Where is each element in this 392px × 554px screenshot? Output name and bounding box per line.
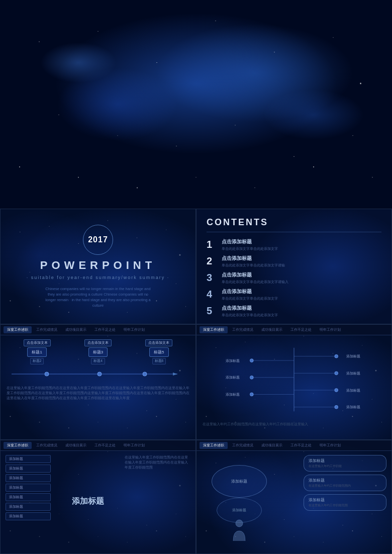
svg-point-17 — [335, 372, 338, 375]
timeline-box-3: 点击添加文本 标题5 标题6 — [145, 339, 172, 364]
contents-panel: CONTENTS 1 点击添加标题 单击此处添加文字单击此处添加文字 2 点击添… — [196, 209, 392, 324]
contents-sub-1: 单击此处添加文字单击此处添加文字 — [222, 246, 278, 251]
timeline-box-2: 点击添加文本 标题3 标题4 — [84, 339, 112, 364]
description: Chinese companies will no longer remain … — [43, 286, 153, 309]
contents-number-4: 4 — [207, 288, 218, 300]
tab-item-4[interactable]: 工作不足之处 — [91, 326, 119, 333]
svg-text:添加标题: 添加标题 — [346, 405, 360, 409]
tab-item-l4[interactable]: 工作不足之处 — [91, 442, 119, 449]
tbox-sub-1: 标题2 — [30, 358, 44, 364]
contents-heading-2: 点击添加标题 — [222, 255, 285, 262]
tbox-label-1: 点击添加文本 — [24, 339, 51, 346]
tree-svg: 添加标题 添加标题 添加标题 添加标题 添加标题 添加标题 添加标题 — [203, 339, 385, 420]
contents-number-5: 5 — [207, 305, 218, 317]
list-panel: 深度工作述职 工作完成情况 成功项目展示 工作不足之处 明年工作计划 添加标题 … — [0, 440, 196, 554]
contents-item-5: 5 点击添加标题 单击此处添加文字单击此处添加文字 — [207, 305, 381, 317]
svg-text:添加标题: 添加标题 — [346, 389, 360, 392]
tab-item-2[interactable]: 工作完成情况 — [33, 326, 61, 333]
tab-item-l5[interactable]: 明年工作计划 — [120, 442, 148, 449]
tbox-main-3: 标题5 — [149, 347, 168, 357]
tbox-main-1: 标题1 — [27, 347, 46, 357]
tab-item-t5[interactable]: 明年工作计划 — [316, 326, 344, 333]
svg-point-15 — [250, 393, 253, 396]
contents-item-2: 2 点击添加标题 单击此处添加文字单击此处添加文字请输 — [207, 255, 381, 267]
tbox-label-2: 点击添加文本 — [84, 339, 112, 346]
contents-title: CONTENTS — [207, 217, 381, 232]
list-item-1: 添加标题 — [6, 455, 51, 463]
svg-point-16 — [335, 354, 338, 358]
contents-heading-5: 点击添加标题 — [222, 305, 278, 312]
svg-point-3 — [97, 372, 102, 376]
tab-item-5[interactable]: 明年工作计划 — [120, 326, 148, 333]
timeline-box-1: 点击添加文本 标题1 标题2 — [24, 339, 51, 364]
tab-item-l2[interactable]: 工作完成情况 — [33, 442, 61, 449]
list-item-4: 添加标题 — [6, 484, 51, 492]
contents-number-3: 3 — [207, 271, 218, 284]
svg-point-19 — [335, 405, 338, 409]
top-banner — [0, 0, 392, 209]
tab-item-t1[interactable]: 深度工作述职 — [200, 326, 228, 333]
contents-heading-4: 点击添加标题 — [222, 288, 278, 295]
tbox-sub-2: 标题4 — [91, 358, 105, 364]
bubble-right-stack: 添加标题 在这里输入年约工作职能 添加标题 在这里输入年约工作职能范围内 添加标… — [304, 455, 386, 548]
bubble-right-3: 添加标题 在这里输入年约工作职能范围 — [304, 494, 386, 511]
tree-desc: 在这里输入年约工作职能范围内在这里输入年约工作职能在这里输入 — [203, 422, 385, 426]
contents-sub-2: 单击此处添加文字单击此处添加文字请输 — [222, 263, 285, 267]
contents-heading-1: 点击添加标题 — [222, 238, 278, 245]
tab-item-3[interactable]: 成功项目展示 — [62, 326, 90, 333]
contents-item-3: 3 点击添加标题 单击此处添加文字单击此处添加文字请输入 — [207, 271, 381, 284]
list-items-column: 添加标题 添加标题 添加标题 添加标题 添加标题 添加标题 添加标题 — [6, 455, 51, 548]
list-item-5: 添加标题 — [6, 493, 51, 501]
timeline-panel: 深度工作述职 工作完成情况 成功项目展示 工作不足之处 明年工作计划 点击添加文… — [0, 324, 196, 440]
tbox-sub-3: 标题6 — [152, 358, 166, 364]
list-item-7: 添加标题 — [6, 512, 51, 520]
tree-panel: 深度工作述职 工作完成情况 成功项目展示 工作不足之处 明年工作计划 — [196, 324, 392, 440]
contents-sub-3: 单击此处添加文字单击此处添加文字请输入 — [222, 280, 288, 284]
tab-bar-4: 深度工作述职 工作完成情况 成功项目展示 工作不足之处 明年工作计划 — [197, 440, 391, 451]
tbox-main-2: 标题3 — [88, 347, 108, 357]
svg-text:添加标题: 添加标题 — [226, 376, 240, 379]
svg-point-13 — [250, 359, 253, 362]
bubble-right-1: 添加标题 在这里输入年约工作职能 — [304, 455, 386, 472]
tab-item-b2[interactable]: 工作完成情况 — [229, 442, 257, 449]
tab-item-t3[interactable]: 成功项目展示 — [258, 326, 286, 333]
timeline-arrow-svg — [7, 366, 189, 382]
list-item-2: 添加标题 — [6, 465, 51, 473]
contents-item-1: 1 点击添加标题 单击此处添加文字单击此处添加文字 — [207, 238, 381, 251]
bubble-right-2: 添加标题 在这里输入年约工作职能范围内 — [304, 475, 386, 491]
main-title: POWERPOINT — [40, 259, 156, 272]
svg-point-14 — [250, 376, 253, 379]
subtitle: · suitable for year-end summary/work sum… — [27, 275, 170, 280]
tab-item-l1[interactable]: 深度工作述职 — [4, 442, 32, 449]
tab-item-b5[interactable]: 明年工作计划 — [316, 442, 344, 449]
svg-text:添加标题: 添加标题 — [346, 372, 360, 375]
svg-text:添加标题: 添加标题 — [226, 393, 240, 396]
tbox-label-3: 点击添加文本 — [145, 339, 172, 346]
list-item-6: 添加标题 — [6, 503, 51, 511]
person-silhouette — [229, 518, 249, 545]
tab-item-b1[interactable]: 深度工作述职 — [200, 442, 228, 449]
tab-item-l3[interactable]: 成功项目展示 — [62, 442, 90, 449]
tab-bar-1: 深度工作述职 工作完成情况 成功项目展示 工作不足之处 明年工作计划 — [1, 325, 195, 335]
contents-heading-3: 点击添加标题 — [222, 271, 288, 279]
list-right-text: 在这里输入年度工作职能范围内在在这里在输入年度工作职能范围内在在这里输入年度工作… — [125, 455, 190, 548]
tab-item-t2[interactable]: 工作完成情况 — [229, 326, 257, 333]
tab-item-t4[interactable]: 工作不足之处 — [287, 326, 315, 333]
contents-sub-4: 单击此处添加文字单击此处添加文字 — [222, 296, 278, 301]
svg-point-27 — [236, 520, 243, 527]
title-panel: 2017 POWERPOINT · suitable for year-end … — [0, 209, 196, 324]
svg-text:添加标题: 添加标题 — [226, 359, 240, 362]
svg-point-4 — [143, 372, 147, 376]
center-bubble: 添加标题 — [212, 465, 267, 498]
year-text: 2017 — [88, 235, 108, 244]
tab-item-b4[interactable]: 工作不足之处 — [287, 442, 315, 449]
timeline-description: 在这里输入年度工作职能范围内在在这里在输入年度工作职能范围内在在这里输入年度工作… — [7, 386, 189, 400]
contents-number-2: 2 — [207, 255, 218, 267]
tab-item-b3[interactable]: 成功项目展示 — [258, 442, 286, 449]
list-main-title: 添加标题 — [55, 455, 121, 548]
svg-text:添加标题: 添加标题 — [346, 354, 360, 358]
list-item-3: 添加标题 — [6, 474, 51, 482]
contents-item-4: 4 点击添加标题 单击此处添加文字单击此处添加文字 — [207, 288, 381, 301]
bubbles-panel: 深度工作述职 工作完成情况 成功项目展示 工作不足之处 明年工作计划 添加标题 … — [196, 440, 392, 554]
tab-item-1[interactable]: 深度工作述职 — [4, 326, 32, 333]
